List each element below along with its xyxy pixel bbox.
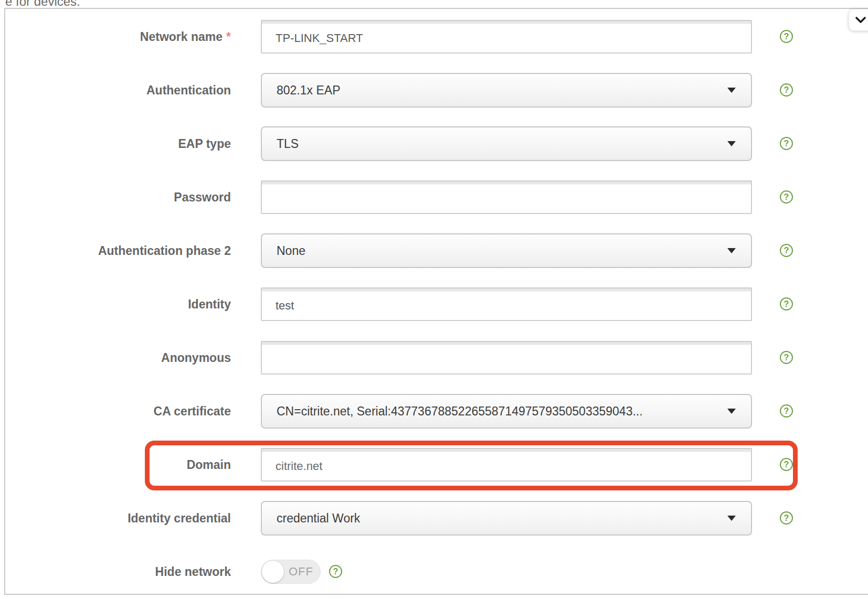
required-asterisk: * [226, 30, 231, 44]
identity-input[interactable] [261, 287, 752, 321]
field-label: Anonymous [0, 340, 231, 375]
toggle-knob [262, 561, 284, 583]
selected-value: TLS [277, 137, 299, 151]
network-name-input[interactable] [261, 20, 752, 54]
field-label: Authentication phase 2 [0, 233, 231, 268]
form-row-ca-certificate: CA certificate CN=citrite.net, Serial:43… [0, 394, 868, 429]
form-row-identity: Identity ? [0, 287, 868, 322]
label-text: Anonymous [161, 351, 231, 365]
selected-value: CN=citrite.net, Serial:43773678852265587… [277, 404, 643, 419]
help-icon[interactable]: ? [780, 190, 793, 204]
identity-credential-select[interactable]: credential Work [261, 501, 752, 536]
field-label: Identity [0, 287, 231, 322]
wifi-policy-form-screen: e for devices. Network name * ? Authenti… [0, 0, 868, 599]
field-label: Identity credential [0, 501, 231, 536]
help-icon[interactable]: ? [780, 30, 793, 43]
label-text: Identity credential [128, 511, 231, 526]
selected-value: credential Work [277, 511, 360, 526]
caret-down-icon [727, 248, 736, 253]
label-text: EAP type [178, 137, 231, 151]
label-text: Authentication [146, 83, 231, 98]
help-icon[interactable]: ? [780, 511, 793, 525]
ca-certificate-select[interactable]: CN=citrite.net, Serial:43773678852265587… [261, 394, 752, 429]
field-label: CA certificate [0, 394, 231, 429]
label-text: Identity [188, 297, 231, 312]
form-row-network-name: Network name * ? [0, 19, 868, 54]
form-row-authentication: Authentication 802.1x EAP ? [0, 73, 868, 108]
label-text: Hide network [155, 565, 231, 579]
toggle-state-label: OFF [289, 565, 313, 579]
caret-down-icon [727, 88, 736, 93]
form-row-domain: Domain ? [0, 447, 868, 482]
label-text: Network name [140, 30, 223, 44]
caret-down-icon [727, 409, 736, 414]
form-row-eap-type: EAP type TLS ? [0, 126, 868, 161]
collapse-section-button[interactable] [849, 9, 868, 31]
domain-input[interactable] [261, 448, 752, 482]
help-icon[interactable]: ? [780, 351, 793, 364]
selected-value: None [277, 244, 305, 258]
help-icon[interactable]: ? [780, 244, 793, 257]
form-row-password: Password ? [0, 180, 868, 215]
label-text: CA certificate [154, 404, 231, 419]
field-label: Domain [0, 447, 231, 482]
help-icon[interactable]: ? [780, 404, 793, 418]
label-text: Authentication phase 2 [98, 244, 231, 258]
eap-type-select[interactable]: TLS [261, 126, 752, 161]
form-row-anonymous: Anonymous ? [0, 340, 868, 375]
selected-value: 802.1x EAP [277, 83, 340, 98]
field-label: Network name * [0, 19, 231, 54]
field-label: Password [0, 180, 231, 215]
label-text: Domain [187, 458, 231, 472]
form-row-auth-phase-2: Authentication phase 2 None ? [0, 233, 868, 268]
caret-down-icon [727, 516, 736, 521]
authentication-select[interactable]: 802.1x EAP [261, 73, 752, 108]
field-label: EAP type [0, 126, 231, 161]
label-text: Password [174, 190, 231, 205]
clipped-description-text: e for devices. [5, 0, 80, 7]
caret-down-icon [727, 141, 736, 146]
chevron-down-icon [854, 14, 867, 26]
form-row-identity-credential: Identity credential credential Work ? [0, 501, 868, 536]
help-icon[interactable]: ? [780, 297, 793, 311]
help-icon[interactable]: ? [780, 137, 793, 150]
auth-phase-2-select[interactable]: None [261, 233, 752, 268]
hide-network-toggle[interactable]: OFF [261, 560, 321, 584]
password-input[interactable] [261, 180, 752, 214]
anonymous-input[interactable] [261, 341, 752, 375]
help-icon[interactable]: ? [329, 565, 342, 578]
help-icon[interactable]: ? [780, 458, 793, 471]
field-label: Authentication [0, 73, 231, 108]
help-icon[interactable]: ? [780, 83, 793, 97]
form-row-hide-network: Hide network OFF ? [0, 554, 868, 589]
field-label: Hide network [0, 554, 231, 589]
